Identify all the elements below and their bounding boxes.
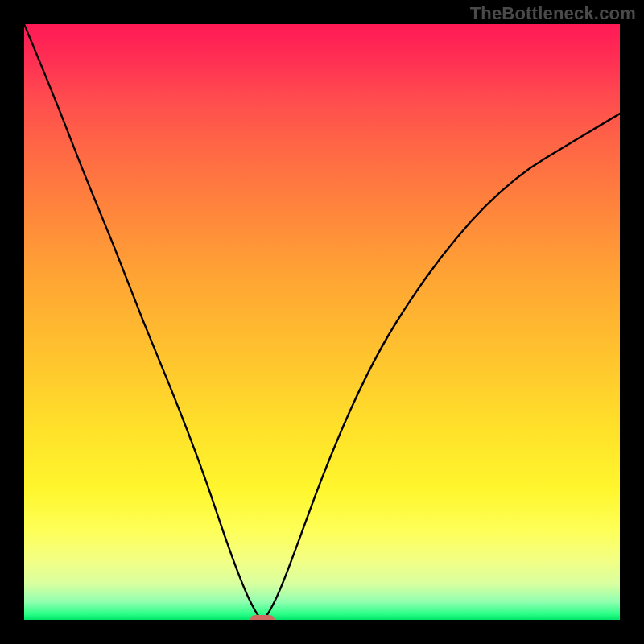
- chart-container: TheBottleneck.com: [0, 0, 644, 644]
- curve-svg: [24, 24, 620, 620]
- watermark-text: TheBottleneck.com: [470, 3, 636, 24]
- bottleneck-curve-path: [24, 24, 620, 618]
- optimal-marker: [250, 615, 275, 620]
- plot-area: [24, 24, 620, 620]
